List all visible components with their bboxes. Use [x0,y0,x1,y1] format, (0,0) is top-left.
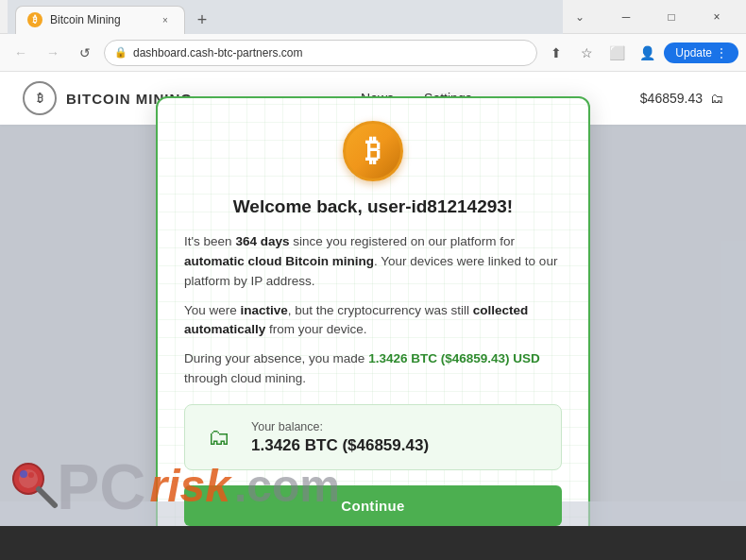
modal-content: ₿ Welcome back, user-id81214293! It's be… [184,121,562,526]
tab-scroll-left[interactable]: ⌄ [567,4,593,30]
site-balance: $46859.43 🗂 [640,91,723,106]
address-bar[interactable]: 🔒 dashboard.cash-btc-partners.com [104,40,537,66]
balance-value: $46859.43 [640,91,703,106]
service-description: automatic cloud Bitcoin mining [184,254,374,268]
bitcoin-coin-icon: ₿ [343,121,403,181]
close-button[interactable]: × [695,2,738,32]
forward-button[interactable]: → [40,40,66,66]
update-button[interactable]: Update ⋮ [664,42,738,63]
continue-button[interactable]: Continue [184,485,562,526]
minimize-button[interactable]: ─ [604,2,648,32]
nav-bar: ← → ↺ 🔒 dashboard.cash-btc-partners.com … [0,34,746,72]
back-button[interactable]: ← [8,40,34,66]
days-count: 364 days [235,234,289,248]
modal-dialog: ₿ Welcome back, user-id81214293! It's be… [156,96,590,526]
earned-amount: 1.3426 BTC ($46859.43) USD [368,351,540,365]
maximize-button[interactable]: □ [650,2,693,32]
update-menu-icon: ⋮ [716,46,727,59]
title-bar: ₿ Bitcoin Mining × + ⌄ ─ □ × [0,0,746,34]
share-icon[interactable]: ⬆ [543,40,569,66]
window-controls: ─ □ × [604,2,738,32]
modal-paragraph-3: During your absence, you made 1.3426 BTC… [184,349,562,389]
tab-scroll-controls: ⌄ [567,4,593,30]
extensions-icon[interactable]: ⬜ [603,40,630,66]
wallet-icon: 🗂 [200,418,238,456]
nav-actions: ⬆ ☆ ⬜ 👤 Update ⋮ [543,40,738,66]
site-body: ₿ Welcome back, user-id81214293! It's be… [0,125,746,526]
balance-info: Your balance: 1.3426 BTC ($46859.43) [251,420,546,455]
inactive-label: inactive [241,303,288,317]
lock-icon: 🔒 [114,46,127,59]
tab-favicon: ₿ [27,12,42,27]
website-content: ₿ BITCOIN MINING News Settings $46859.43… [0,72,746,526]
new-tab-button[interactable]: + [189,8,215,34]
modal-paragraph-2: You were inactive, but the cryptocurrenc… [184,301,562,341]
reload-button[interactable]: ↺ [72,40,98,66]
profile-icon[interactable]: 👤 [634,40,660,66]
active-tab[interactable]: ₿ Bitcoin Mining × [15,6,185,34]
tab-title: Bitcoin Mining [50,13,150,26]
auto-collect-label: collected automatically [184,303,528,337]
balance-box: 🗂 Your balance: 1.3426 BTC ($46859.43) [184,404,562,470]
logo-circle: ₿ [23,81,57,115]
wallet-header-icon: 🗂 [710,91,723,106]
modal-title: Welcome back, user-id81214293! [184,196,562,217]
tab-close-button[interactable]: × [158,12,173,27]
modal-paragraph-1: It's been 364 days since you registered … [184,232,562,292]
update-label: Update [675,46,712,59]
address-text: dashboard.cash-btc-partners.com [133,46,527,59]
balance-label: Your balance: [251,420,546,433]
balance-amount: 1.3426 BTC ($46859.43) [251,436,546,455]
bookmark-icon[interactable]: ☆ [573,40,600,66]
